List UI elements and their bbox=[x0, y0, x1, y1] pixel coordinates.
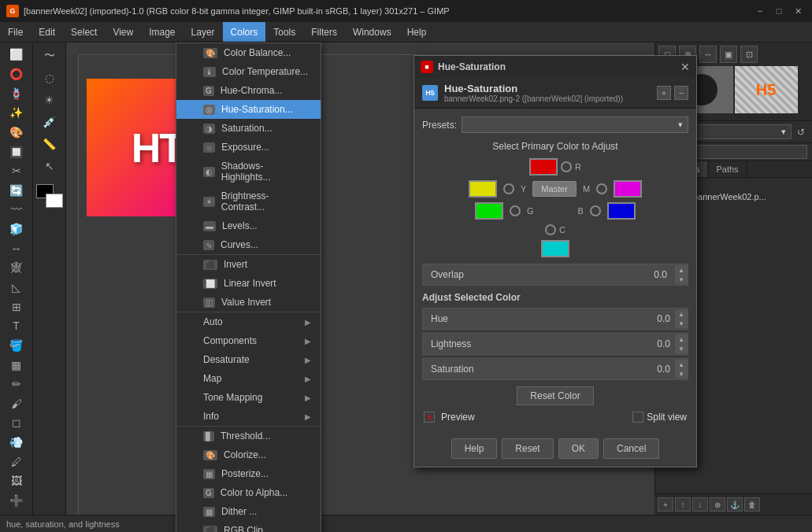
delete-layer-icon[interactable]: 🗑 bbox=[744, 497, 760, 512]
tool-select-ellipse[interactable]: ⭕ bbox=[4, 65, 29, 83]
menu-help[interactable]: Help bbox=[399, 22, 435, 42]
tool-unified[interactable]: ⊞ bbox=[4, 297, 29, 316]
hue-up[interactable]: ▲ bbox=[675, 309, 688, 319]
tool-gradient[interactable]: ▦ bbox=[4, 356, 29, 374]
help-button[interactable]: Help bbox=[451, 438, 498, 459]
tool-select-fuzzy[interactable]: ✨ bbox=[4, 104, 29, 122]
menu-view[interactable]: View bbox=[105, 22, 141, 42]
new-layer-icon[interactable]: + bbox=[658, 497, 673, 512]
menu-colorize[interactable]: 🎨 Colorize... bbox=[176, 445, 321, 464]
menu-tools[interactable]: Tools bbox=[265, 22, 303, 42]
tool-color-picker[interactable]: 💉 bbox=[37, 112, 62, 132]
tool-flip[interactable]: ↔ bbox=[4, 239, 29, 257]
tool-cage[interactable]: 🕸 bbox=[4, 259, 29, 277]
hue-spinner[interactable]: ▲ ▼ bbox=[675, 309, 688, 328]
menu-components[interactable]: Components ▶ bbox=[176, 331, 321, 350]
tool-select-by-color[interactable]: 🔲 bbox=[4, 142, 29, 161]
color-swatch-m[interactable] bbox=[614, 180, 642, 198]
menu-levels[interactable]: ▬ Levels... bbox=[176, 216, 321, 235]
reset-icon[interactable]: ↺ bbox=[795, 126, 807, 139]
tool-pointer[interactable]: ↖ bbox=[37, 156, 62, 176]
tool-ink[interactable]: 🖊 bbox=[4, 453, 29, 471]
layer-up-icon[interactable]: ↑ bbox=[675, 497, 691, 512]
menu-layer[interactable]: Layer bbox=[184, 22, 223, 42]
tool-paintbrush[interactable]: 🖌 bbox=[4, 395, 29, 413]
menu-saturation[interactable]: ◑ Saturation... bbox=[176, 119, 321, 138]
tool-measure[interactable]: 📏 bbox=[37, 134, 62, 154]
tool-perspective[interactable]: ◺ bbox=[4, 279, 29, 297]
layer-down-icon[interactable]: ↓ bbox=[692, 497, 708, 512]
cancel-button[interactable]: Cancel bbox=[603, 438, 659, 459]
reset-color-button[interactable]: Reset Color bbox=[517, 386, 593, 405]
tool-select-rect[interactable]: ⬜ bbox=[4, 46, 29, 64]
close-button[interactable]: ✕ bbox=[790, 5, 806, 17]
color-swatch-g[interactable] bbox=[475, 202, 503, 220]
menu-hue-saturation[interactable]: ◎ Hue-Saturation... bbox=[176, 100, 321, 119]
tool-heal[interactable]: ➕ bbox=[4, 492, 29, 510]
menu-curves[interactable]: ∿ Curves... bbox=[176, 235, 321, 254]
reset-button[interactable]: Reset bbox=[502, 438, 553, 459]
remove-preset-btn[interactable]: − bbox=[674, 86, 688, 100]
tool-icon-5[interactable]: ⊡ bbox=[740, 46, 758, 63]
saturation-spinner[interactable]: ▲ ▼ bbox=[675, 360, 688, 379]
color-swatch-c[interactable] bbox=[541, 240, 569, 257]
hue-down[interactable]: ▼ bbox=[675, 319, 688, 328]
minimize-button[interactable]: − bbox=[752, 5, 768, 17]
tab-paths[interactable]: Paths bbox=[708, 161, 747, 177]
tool-3d-transform[interactable]: 🧊 bbox=[4, 220, 29, 238]
menu-select[interactable]: Select bbox=[63, 22, 105, 42]
menu-posterize[interactable]: ▦ Posterize... bbox=[176, 464, 321, 483]
menu-edit[interactable]: Edit bbox=[31, 22, 63, 42]
presets-combo[interactable]: ▾ bbox=[462, 116, 688, 133]
overlap-spinner[interactable]: ▲ ▼ bbox=[675, 265, 688, 284]
master-button[interactable]: Master bbox=[532, 181, 577, 197]
menu-desaturate[interactable]: Desaturate ▶ bbox=[176, 350, 321, 369]
menu-color-temperature[interactable]: 🌡 Color Temperature... bbox=[176, 62, 321, 81]
menu-tone-mapping[interactable]: Tone Mapping ▶ bbox=[176, 388, 321, 407]
menu-hue-chroma[interactable]: G Hue-Chroma... bbox=[176, 81, 321, 100]
overlap-up[interactable]: ▲ bbox=[675, 265, 688, 275]
menu-dither[interactable]: ▩ Dither ... bbox=[176, 502, 321, 521]
menu-brightness-contrast[interactable]: ☀ Brightness-Contrast... bbox=[176, 187, 321, 216]
tool-transform[interactable]: 🔄 bbox=[4, 181, 29, 199]
color-circle-r[interactable] bbox=[561, 161, 572, 172]
menu-exposure[interactable]: ☼ Exposure... bbox=[176, 138, 321, 157]
menu-value-invert[interactable]: ◫ Value Invert bbox=[176, 293, 321, 312]
tool-pencil[interactable]: ✏ bbox=[4, 375, 29, 393]
color-circle-m[interactable] bbox=[596, 183, 607, 194]
tool-icon-3[interactable]: ↔ bbox=[699, 46, 717, 63]
menu-image[interactable]: Image bbox=[141, 22, 183, 42]
lightness-up[interactable]: ▲ bbox=[675, 334, 688, 344]
tool-bucket[interactable]: 🪣 bbox=[4, 337, 29, 355]
tool-select-free[interactable]: 🪢 bbox=[4, 84, 29, 102]
overlap-down[interactable]: ▼ bbox=[675, 275, 688, 284]
menu-linear-invert[interactable]: ⬜ Linear Invert bbox=[176, 274, 321, 293]
tool-dodge[interactable]: ☀ bbox=[37, 90, 62, 110]
background-color[interactable] bbox=[46, 194, 63, 208]
menu-file[interactable]: File bbox=[0, 22, 31, 42]
tool-blur[interactable]: ◌ bbox=[37, 68, 62, 88]
tool-select-color[interactable]: 🎨 bbox=[4, 124, 29, 142]
lightness-down[interactable]: ▼ bbox=[675, 344, 688, 353]
dialog-outer-close[interactable]: ✕ bbox=[680, 61, 690, 73]
tool-eraser[interactable]: ◻ bbox=[4, 414, 29, 432]
menu-color-balance[interactable]: 🎨 Color Balance... bbox=[176, 43, 321, 62]
anchor-layer-icon[interactable]: ⚓ bbox=[727, 497, 743, 512]
tool-crop[interactable]: ✂ bbox=[4, 162, 29, 180]
color-circle-g[interactable] bbox=[510, 205, 521, 216]
saturation-down[interactable]: ▼ bbox=[675, 369, 688, 379]
dialog-outer-titlebar[interactable]: ■ Hue-Saturation ✕ bbox=[414, 56, 696, 78]
preview-checkbox[interactable]: ✕ bbox=[424, 412, 435, 423]
color-swatch-y[interactable] bbox=[469, 180, 497, 198]
menu-info[interactable]: Info ▶ bbox=[176, 407, 321, 426]
color-circle-c[interactable] bbox=[545, 224, 556, 235]
saturation-up[interactable]: ▲ bbox=[675, 360, 688, 369]
add-preset-btn[interactable]: + bbox=[657, 86, 671, 100]
color-swatch-r[interactable] bbox=[529, 158, 558, 175]
split-view-checkbox[interactable] bbox=[632, 412, 643, 423]
tool-airbrush[interactable]: 💨 bbox=[4, 434, 29, 452]
menu-rgb-clip[interactable]: ⬛ RGB Clip... bbox=[176, 521, 321, 532]
maximize-button[interactable]: □ bbox=[771, 5, 787, 17]
color-circle-y[interactable] bbox=[503, 183, 514, 194]
tool-smudge[interactable]: 〜 bbox=[37, 46, 62, 66]
